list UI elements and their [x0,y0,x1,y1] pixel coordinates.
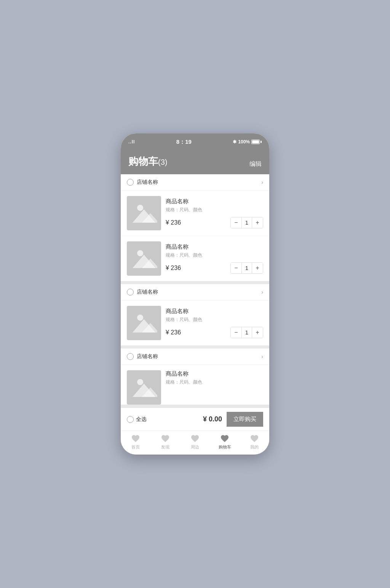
select-all-checkbox[interactable] [127,416,134,423]
nearby-heart-icon [190,434,200,443]
tab-discover[interactable]: 发现 [150,434,180,450]
tab-mine[interactable]: 我的 [240,434,269,450]
product-name-3-1: 商品名称 [166,370,263,378]
product-item-3-1-partial: 商品名称 规格：尺码、颜色 [121,365,269,405]
bluetooth-icon: ✱ [233,139,237,145]
product-spec-1-1: 规格：尺码、颜色 [166,207,263,213]
store-header-2[interactable]: 店铺名称 › [121,284,269,300]
product-price-1-2: ¥ 236 [166,265,181,272]
chevron-right-icon-3: › [261,353,263,360]
status-bar: ..ll 8：19 ✱ 100% [121,133,269,150]
select-all[interactable]: 全选 [127,416,147,423]
product-name-2-1: 商品名称 [166,308,263,315]
status-right: ✱ 100% [233,139,262,145]
tab-mine-label: 我的 [250,444,259,450]
discover-heart-icon [161,434,170,443]
store-section-2: 店铺名称 › 商品名称 规格：尺码、颜色 ¥ 236 [121,284,269,345]
store-header-1[interactable]: 店铺名称 › [121,174,269,191]
svg-point-0 [137,205,143,211]
product-spec-3-1: 规格：尺码、颜色 [166,379,263,386]
battery-percent: 100% [238,139,250,145]
battery-icon [251,140,262,144]
tab-nearby[interactable]: 周边 [180,434,210,450]
qty-increase-2-1[interactable]: + [252,327,263,338]
svg-point-6 [137,315,143,321]
product-info-2-1: 商品名称 规格：尺码、颜色 ¥ 236 − 1 + [166,308,263,338]
store-header-3[interactable]: 店铺名称 › [121,349,269,365]
qty-decrease-2-1[interactable]: − [231,327,241,338]
chevron-right-icon-1: › [261,179,263,185]
tab-bar: 首页 发现 周边 购物车 我的 [121,431,269,455]
store-checkbox-2[interactable] [127,289,134,296]
cart-content: 店铺名称 › 商品名称 规格：尺码、颜色 ¥ 236 [121,174,269,408]
product-price-2-1: ¥ 236 [166,329,181,336]
svg-point-9 [137,379,143,385]
store-name-2: 店铺名称 [137,289,158,296]
tab-discover-label: 发现 [161,444,169,450]
product-item-1-1: 商品名称 规格：尺码、颜色 ¥ 236 − 1 + [121,191,269,236]
qty-decrease-1-1[interactable]: − [231,217,241,228]
status-time: 8：19 [176,138,192,146]
product-item-1-2: 商品名称 规格：尺码、颜色 ¥ 236 − 1 + [121,236,269,281]
header: 购物车(3) 编辑 [121,150,269,174]
product-name-1-1: 商品名称 [166,198,263,205]
bottom-action-bar: 全选 ¥ 0.00 立即购买 [121,408,269,431]
phone-frame: ..ll 8：19 ✱ 100% 购物车(3) 编辑 店铺名称 [121,133,269,455]
cart-heart-icon [220,434,229,443]
product-image-1-1 [127,196,161,230]
product-spec-2-1: 规格：尺码、颜色 [166,316,263,323]
store-checkbox-3[interactable] [127,353,134,360]
store-name-1: 店铺名称 [137,179,158,186]
tab-home[interactable]: 首页 [121,434,150,450]
product-price-1-1: ¥ 236 [166,219,181,226]
tab-cart-label: 购物车 [219,444,231,450]
page-title: 购物车(3) [128,155,167,168]
select-all-label: 全选 [136,416,147,423]
tab-home-label: 首页 [131,444,140,450]
store-name-3: 店铺名称 [137,353,158,360]
tab-cart[interactable]: 购物车 [210,434,240,450]
qty-value-1-1: 1 [241,217,252,228]
quantity-stepper-2-1[interactable]: − 1 + [230,327,263,338]
qty-decrease-1-2[interactable]: − [231,263,241,273]
store-section-3: 店铺名称 › 商品名称 规格：尺码、颜色 [121,349,269,405]
store-checkbox-1[interactable] [127,179,134,186]
mine-heart-icon [250,434,259,443]
signal-icon: ..ll [128,139,135,145]
product-spec-1-2: 规格：尺码、颜色 [166,252,263,259]
home-heart-icon [131,434,140,443]
quantity-stepper-1-2[interactable]: − 1 + [230,262,263,274]
svg-point-3 [137,250,143,256]
product-name-1-2: 商品名称 [166,243,263,251]
qty-increase-1-2[interactable]: + [252,263,263,273]
total-price: ¥ 0.00 [147,415,227,423]
product-image-2-1 [127,306,161,340]
product-info-1-1: 商品名称 规格：尺码、颜色 ¥ 236 − 1 + [166,198,263,228]
buy-button[interactable]: 立即购买 [227,412,263,427]
chevron-right-icon-2: › [261,289,263,295]
product-info-3-1: 商品名称 规格：尺码、颜色 [166,370,263,386]
tab-nearby-label: 周边 [191,444,199,450]
qty-increase-1-1[interactable]: + [252,217,263,228]
product-image-1-2 [127,241,161,276]
product-info-1-2: 商品名称 规格：尺码、颜色 ¥ 236 − 1 + [166,243,263,274]
store-section-1: 店铺名称 › 商品名称 规格：尺码、颜色 ¥ 236 [121,174,269,281]
edit-button[interactable]: 编辑 [249,160,262,168]
qty-value-2-1: 1 [241,327,252,338]
quantity-stepper-1-1[interactable]: − 1 + [230,217,263,228]
qty-value-1-2: 1 [241,263,252,273]
product-image-3-1 [127,370,161,405]
product-item-2-1: 商品名称 规格：尺码、颜色 ¥ 236 − 1 + [121,300,269,345]
